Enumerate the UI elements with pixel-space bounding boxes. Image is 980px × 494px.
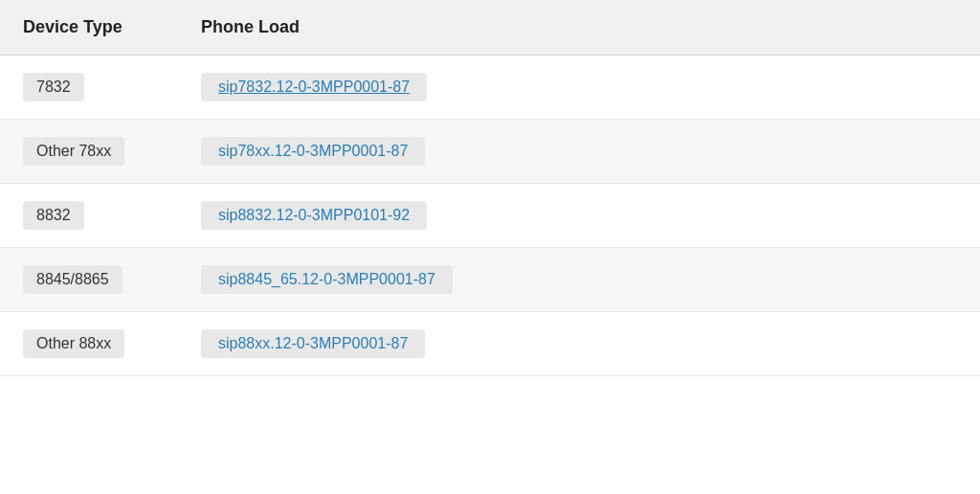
device-type-cell: Other 88xx [0, 329, 201, 358]
table-wrapper: Device Type Phone Load 7832sip7832.12-0-… [0, 0, 980, 376]
device-type-cell: Other 78xx [0, 137, 201, 166]
device-type-badge: Other 78xx [23, 137, 124, 166]
table-row: 7832sip7832.12-0-3MPP0001-87 [0, 56, 980, 120]
device-type-badge: 8832 [23, 201, 84, 230]
table-row: Other 88xxsip88xx.12-0-3MPP0001-87 [0, 312, 980, 376]
phone-load-badge: sip78xx.12-0-3MPP0001-87 [201, 137, 425, 166]
table-row: 8845/8865sip8845_65.12-0-3MPP0001-87 [0, 248, 980, 312]
phone-load-badge: sip8845_65.12-0-3MPP0001-87 [201, 265, 453, 294]
phone-load-badge[interactable]: sip7832.12-0-3MPP0001-87 [201, 73, 427, 101]
phone-load-badge: sip88xx.12-0-3MPP0001-87 [201, 329, 425, 358]
table-header: Device Type Phone Load [0, 0, 980, 56]
table-body: 7832sip7832.12-0-3MPP0001-87Other 78xxsi… [0, 56, 980, 376]
device-type-cell: 8845/8865 [0, 265, 201, 294]
device-type-cell: 8832 [0, 201, 201, 230]
device-type-cell: 7832 [0, 73, 201, 101]
device-type-column-header: Device Type [0, 17, 201, 37]
device-type-badge: 8845/8865 [23, 265, 122, 294]
phone-load-column-header: Phone Load [201, 17, 980, 37]
device-type-badge: 7832 [23, 73, 84, 101]
phone-load-cell: sip8832.12-0-3MPP0101-92 [201, 201, 980, 230]
phone-load-badge: sip8832.12-0-3MPP0101-92 [201, 201, 427, 230]
phone-load-cell: sip8845_65.12-0-3MPP0001-87 [201, 265, 980, 294]
table-row: 8832sip8832.12-0-3MPP0101-92 [0, 184, 980, 248]
phone-load-cell: sip7832.12-0-3MPP0001-87 [201, 73, 980, 101]
phone-load-cell: sip88xx.12-0-3MPP0001-87 [201, 329, 980, 358]
table-row: Other 78xxsip78xx.12-0-3MPP0001-87 [0, 120, 980, 184]
device-type-badge: Other 88xx [23, 329, 124, 358]
phone-load-cell: sip78xx.12-0-3MPP0001-87 [201, 137, 980, 166]
